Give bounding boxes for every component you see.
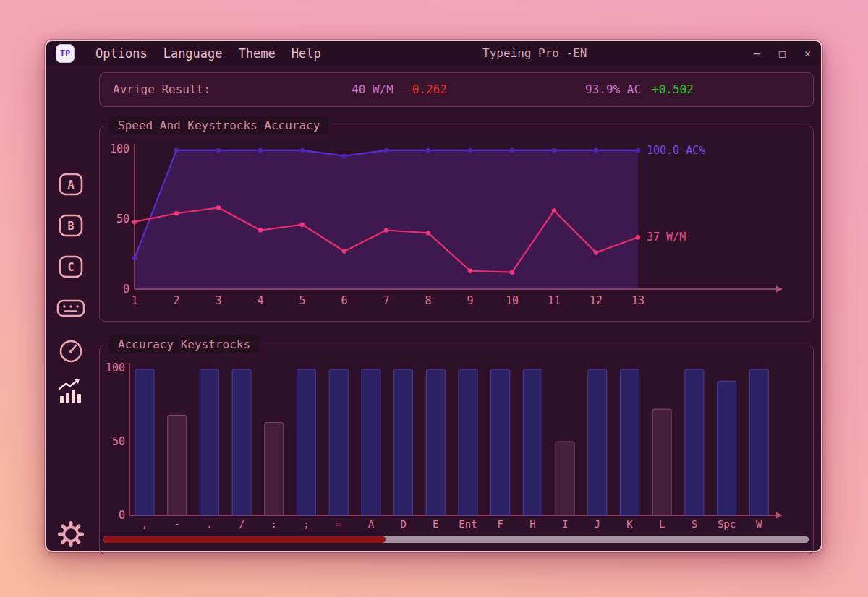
menu-bar: Options Language Theme Help xyxy=(95,41,321,66)
bar-W xyxy=(749,369,768,515)
bar-J xyxy=(588,369,607,515)
svg-text:D: D xyxy=(400,518,406,530)
bar-= xyxy=(329,369,348,515)
svg-text:F: F xyxy=(497,518,503,530)
svg-text:50: 50 xyxy=(116,212,129,226)
accuracy-chart-panel: Accuracy Keystrocks 050100,-./:;=ADEEntF… xyxy=(99,345,814,554)
svg-text:W: W xyxy=(756,518,762,530)
letter-c-icon: C xyxy=(56,252,85,281)
svg-text:8: 8 xyxy=(425,294,431,307)
sidebar-item-layout-a[interactable]: A xyxy=(55,168,87,200)
svg-text:-: - xyxy=(174,518,179,530)
window-title: Typeing Pro -EN xyxy=(482,41,587,66)
bar-. xyxy=(200,369,218,515)
svg-text:C: C xyxy=(67,261,74,274)
svg-text:100: 100 xyxy=(106,361,125,374)
svg-text:11: 11 xyxy=(548,294,561,307)
svg-text:J: J xyxy=(595,518,600,530)
window-controls: – □ ✕ xyxy=(754,41,811,66)
menu-options[interactable]: Options xyxy=(95,46,148,61)
sidebar-item-statistics[interactable] xyxy=(55,376,87,408)
svg-text:5: 5 xyxy=(299,294,305,307)
svg-text:H: H xyxy=(529,518,535,530)
svg-text::: : xyxy=(271,518,277,530)
svg-text:/: / xyxy=(239,518,244,530)
bar-; xyxy=(297,369,316,515)
svg-text:13: 13 xyxy=(631,294,644,307)
bar-F xyxy=(491,369,510,515)
svg-text:6: 6 xyxy=(341,294,347,307)
bar-D xyxy=(394,369,413,515)
wpm-value: 40 W/M xyxy=(352,73,393,106)
bar-Ent xyxy=(459,369,477,515)
titlebar[interactable]: TP Options Language Theme Help Typeing P… xyxy=(46,41,821,66)
bar-A xyxy=(362,369,380,515)
bar-I xyxy=(556,442,574,515)
close-button[interactable]: ✕ xyxy=(804,47,811,60)
svg-text:.: . xyxy=(206,518,212,530)
svg-text:50: 50 xyxy=(112,435,125,448)
bar-Spc xyxy=(718,381,736,515)
svg-text:4: 4 xyxy=(257,294,263,307)
menu-help[interactable]: Help xyxy=(292,46,321,61)
bar-- xyxy=(168,415,187,515)
bar-, xyxy=(135,369,154,515)
accuracy-value: 93.9% AC xyxy=(585,73,641,106)
svg-text:9: 9 xyxy=(467,294,473,307)
app-logo: TP xyxy=(56,44,75,63)
menu-theme[interactable]: Theme xyxy=(239,46,276,61)
bar-H xyxy=(523,369,542,515)
svg-text:L: L xyxy=(659,518,665,530)
wpm-delta: -0.262 xyxy=(405,73,447,106)
keyboard-icon xyxy=(55,293,87,322)
sidebar-item-speed-test[interactable] xyxy=(55,335,87,367)
result-label: Avrige Result: xyxy=(113,73,210,106)
speedometer-icon xyxy=(56,337,85,366)
progress-bar xyxy=(103,536,809,543)
minimize-button[interactable]: – xyxy=(754,47,760,60)
svg-text:K: K xyxy=(626,518,633,530)
maximize-button[interactable]: □ xyxy=(779,47,786,60)
sidebar-item-layout-b[interactable]: B xyxy=(55,210,87,241)
svg-text:A: A xyxy=(368,518,375,530)
svg-text:0: 0 xyxy=(119,509,125,522)
bar-L xyxy=(652,409,671,515)
app-logo-text: TP xyxy=(60,48,70,59)
sidebar-item-settings[interactable] xyxy=(55,518,87,550)
accuracy-delta: +0.502 xyxy=(652,73,694,106)
sidebar-item-layout-c[interactable]: C xyxy=(55,251,87,283)
page: { "window": { "title": "Typeing Pro -EN"… xyxy=(0,0,868,597)
gear-icon xyxy=(55,518,87,550)
svg-text:,: , xyxy=(142,518,148,530)
svg-text:Spc: Spc xyxy=(718,518,736,530)
sidebar-item-keyboard[interactable] xyxy=(55,292,87,324)
svg-text:100: 100 xyxy=(110,142,129,155)
svg-text:Ent: Ent xyxy=(459,518,477,530)
speed-line-chart: 05010012345678910111213100.0 AC%37 W/M xyxy=(100,126,813,321)
bar-E xyxy=(426,369,445,515)
result-bar: Avrige Result: 40 W/M -0.262 93.9% AC +0… xyxy=(99,72,814,107)
svg-text:S: S xyxy=(692,518,697,530)
bar-/ xyxy=(232,369,251,515)
svg-text:1: 1 xyxy=(131,294,137,307)
menu-language[interactable]: Language xyxy=(163,46,223,61)
svg-text:0: 0 xyxy=(123,283,129,296)
bar-: xyxy=(265,422,284,515)
svg-text:100.0 AC%: 100.0 AC% xyxy=(647,144,705,157)
stats-chart-icon xyxy=(56,377,85,406)
bar-S xyxy=(685,369,704,515)
svg-text:7: 7 xyxy=(383,294,389,307)
svg-text:3: 3 xyxy=(215,294,221,307)
letter-b-icon: B xyxy=(56,211,85,240)
speed-chart-panel: Speed And Keystrocks Accuracy 0501001234… xyxy=(99,126,814,322)
accuracy-bar-chart: 050100,-./:;=ADEEntFHIJKLSSpcW xyxy=(100,345,813,554)
svg-text:E: E xyxy=(433,518,438,530)
app-window: TP Options Language Theme Help Typeing P… xyxy=(45,40,822,552)
svg-text:=: = xyxy=(336,518,341,530)
letter-a-icon: A xyxy=(56,170,85,199)
svg-text:A: A xyxy=(67,179,74,192)
bar-K xyxy=(621,369,639,515)
svg-text:10: 10 xyxy=(506,294,519,307)
svg-text:B: B xyxy=(67,220,74,233)
svg-text:12: 12 xyxy=(590,294,603,307)
